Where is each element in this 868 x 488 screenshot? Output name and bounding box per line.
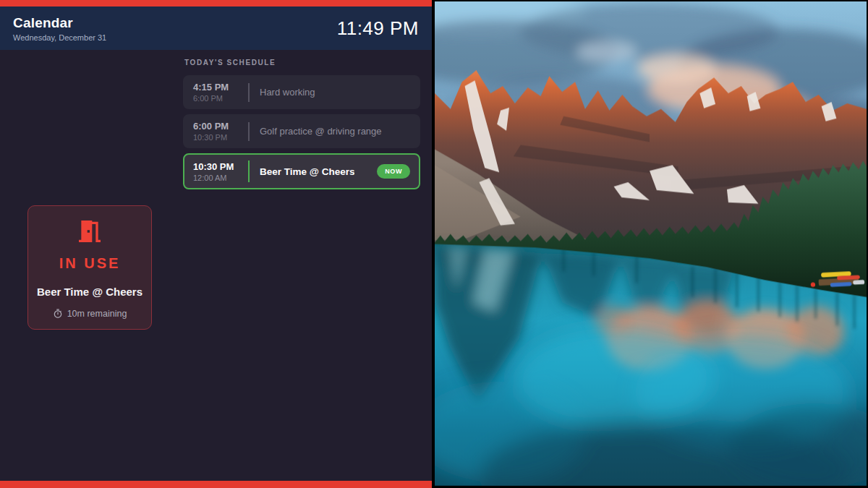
- header-date: Wednesday, December 31: [13, 33, 106, 42]
- bottom-accent-bar: [0, 481, 432, 488]
- schedule-event-row[interactable]: 6:00 PM 10:30 PM Golf practice @ driving…: [183, 114, 420, 148]
- event-title: Beer Time @ Cheers: [260, 166, 354, 177]
- event-end-time: 10:30 PM: [193, 133, 238, 142]
- top-accent-bar: [0, 0, 432, 7]
- timer-icon: [53, 309, 63, 319]
- event-divider: [248, 122, 250, 141]
- event-start-time: 10:30 PM: [193, 161, 238, 172]
- schedule-event-row-current[interactable]: 10:30 PM 12:00 AM Beer Time @ Cheers NOW: [183, 153, 420, 189]
- schedule-event-row[interactable]: 4:15 PM 6:00 PM Hard working: [183, 75, 420, 109]
- room-status-card: IN USE Beer Time @ Cheers 10m remaining: [27, 205, 152, 330]
- event-end-time: 6:00 PM: [193, 94, 238, 103]
- schedule-list: TODAY'S SCHEDULE 4:15 PM 6:00 PM Hard wo…: [183, 59, 420, 194]
- event-divider: [248, 83, 250, 102]
- meeting-room-door-icon: [75, 217, 104, 246]
- event-divider: [248, 160, 250, 182]
- header-titles: Calendar Wednesday, December 31: [13, 15, 106, 42]
- clock: 11:49 PM: [337, 17, 419, 40]
- event-start-time: 4:15 PM: [193, 82, 238, 93]
- event-start-time: 6:00 PM: [193, 121, 238, 132]
- wallpaper-photo: Turquoise mountain lake at sunset: orang…: [432, 0, 868, 488]
- status-event-name: Beer Time @ Cheers: [37, 286, 142, 298]
- event-times: 10:30 PM 12:00 AM: [193, 161, 238, 182]
- status-badge: IN USE: [59, 255, 121, 272]
- event-title: Hard working: [260, 87, 315, 98]
- room-display-app: Calendar Wednesday, December 31 11:49 PM…: [0, 0, 868, 488]
- event-times: 4:15 PM 6:00 PM: [193, 82, 238, 103]
- event-end-time: 12:00 AM: [193, 174, 238, 182]
- lake-photo: Turquoise mountain lake at sunset: orang…: [435, 1, 867, 486]
- header: Calendar Wednesday, December 31 11:49 PM: [0, 7, 432, 50]
- event-times: 6:00 PM 10:30 PM: [193, 121, 238, 142]
- now-badge: NOW: [377, 164, 410, 179]
- main-content: IN USE Beer Time @ Cheers 10m remaining …: [0, 50, 432, 481]
- time-remaining: 10m remaining: [53, 309, 127, 319]
- calendar-panel: Calendar Wednesday, December 31 11:49 PM…: [0, 0, 432, 488]
- time-remaining-label: 10m remaining: [67, 309, 127, 319]
- schedule-heading: TODAY'S SCHEDULE: [184, 59, 420, 67]
- page-title: Calendar: [13, 15, 106, 31]
- event-title: Golf practice @ driving range: [260, 126, 382, 137]
